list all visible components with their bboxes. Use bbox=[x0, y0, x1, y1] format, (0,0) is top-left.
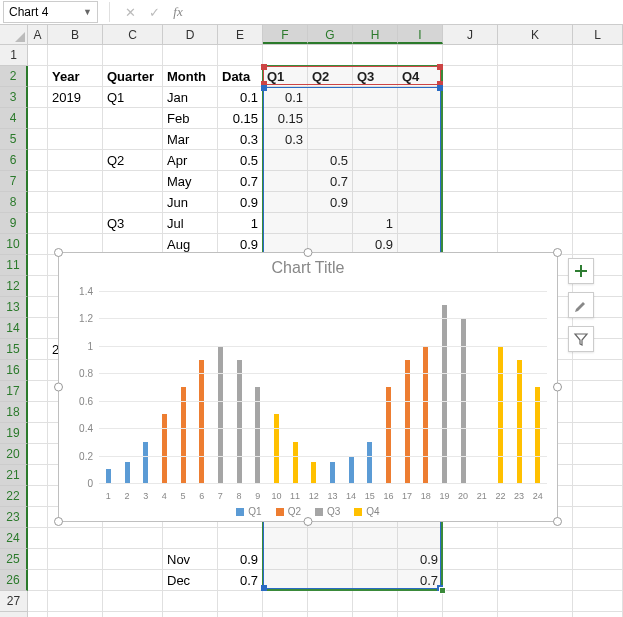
cell-J6[interactable] bbox=[443, 150, 498, 171]
cell-C8[interactable] bbox=[103, 192, 163, 213]
cell-L20[interactable] bbox=[573, 444, 623, 465]
cell-E24[interactable] bbox=[218, 528, 263, 549]
cell-L1[interactable] bbox=[573, 45, 623, 66]
cell-K25[interactable] bbox=[498, 549, 573, 570]
cell-J3[interactable] bbox=[443, 87, 498, 108]
cell-A10[interactable] bbox=[28, 234, 48, 255]
cell-E25[interactable]: 0.9 bbox=[218, 549, 263, 570]
chart-resize-handle[interactable] bbox=[553, 383, 562, 392]
cell-E9[interactable]: 1 bbox=[218, 213, 263, 234]
cell-C9[interactable]: Q3 bbox=[103, 213, 163, 234]
cell-A21[interactable] bbox=[28, 465, 48, 486]
cell-G26[interactable] bbox=[308, 570, 353, 591]
cell-C6[interactable]: Q2 bbox=[103, 150, 163, 171]
cell-L28[interactable] bbox=[573, 612, 623, 617]
cell-L3[interactable] bbox=[573, 87, 623, 108]
column-header-G[interactable]: G bbox=[308, 25, 353, 44]
cell-B2[interactable]: Year bbox=[48, 66, 103, 87]
cell-C1[interactable] bbox=[103, 45, 163, 66]
cell-F25[interactable] bbox=[263, 549, 308, 570]
cell-K7[interactable] bbox=[498, 171, 573, 192]
chart-bar[interactable] bbox=[498, 346, 503, 483]
cell-L9[interactable] bbox=[573, 213, 623, 234]
cell-I6[interactable] bbox=[398, 150, 443, 171]
row-header-20[interactable]: 20 bbox=[0, 444, 28, 465]
cell-C25[interactable] bbox=[103, 549, 163, 570]
chart-bar[interactable] bbox=[162, 414, 167, 483]
cell-I24[interactable] bbox=[398, 528, 443, 549]
chart-bar[interactable] bbox=[199, 360, 204, 483]
cell-C28[interactable] bbox=[103, 612, 163, 617]
cell-I3[interactable] bbox=[398, 87, 443, 108]
cell-G27[interactable] bbox=[308, 591, 353, 612]
cell-L19[interactable] bbox=[573, 423, 623, 444]
chart-resize-handle[interactable] bbox=[54, 517, 63, 526]
chart-bar[interactable] bbox=[237, 360, 242, 483]
cell-L16[interactable] bbox=[573, 360, 623, 381]
cell-I1[interactable] bbox=[398, 45, 443, 66]
cell-D25[interactable]: Nov bbox=[163, 549, 218, 570]
cell-J25[interactable] bbox=[443, 549, 498, 570]
cell-A27[interactable] bbox=[28, 591, 48, 612]
cell-H25[interactable] bbox=[353, 549, 398, 570]
cell-D26[interactable]: Dec bbox=[163, 570, 218, 591]
row-header-2[interactable]: 2 bbox=[0, 66, 28, 87]
cell-D5[interactable]: Mar bbox=[163, 129, 218, 150]
cell-F4[interactable]: 0.15 bbox=[263, 108, 308, 129]
row-header-27[interactable]: 27 bbox=[0, 591, 28, 612]
cell-A14[interactable] bbox=[28, 318, 48, 339]
row-header-15[interactable]: 15 bbox=[0, 339, 28, 360]
row-header-4[interactable]: 4 bbox=[0, 108, 28, 129]
spreadsheet[interactable]: ABCDEFGHIJKL 123456789101112131415161718… bbox=[0, 25, 623, 45]
cell-I4[interactable] bbox=[398, 108, 443, 129]
cell-B1[interactable] bbox=[48, 45, 103, 66]
cell-D9[interactable]: Jul bbox=[163, 213, 218, 234]
cell-F27[interactable] bbox=[263, 591, 308, 612]
cell-F24[interactable] bbox=[263, 528, 308, 549]
cell-K2[interactable] bbox=[498, 66, 573, 87]
cell-L21[interactable] bbox=[573, 465, 623, 486]
cell-C3[interactable]: Q1 bbox=[103, 87, 163, 108]
cell-L27[interactable] bbox=[573, 591, 623, 612]
cell-D2[interactable]: Month bbox=[163, 66, 218, 87]
cell-E26[interactable]: 0.7 bbox=[218, 570, 263, 591]
cell-D4[interactable]: Feb bbox=[163, 108, 218, 129]
row-header-3[interactable]: 3 bbox=[0, 87, 28, 108]
cell-A4[interactable] bbox=[28, 108, 48, 129]
cell-K3[interactable] bbox=[498, 87, 573, 108]
cell-A24[interactable] bbox=[28, 528, 48, 549]
select-all-button[interactable] bbox=[0, 25, 28, 44]
cell-H4[interactable] bbox=[353, 108, 398, 129]
cell-A28[interactable] bbox=[28, 612, 48, 617]
cell-L25[interactable] bbox=[573, 549, 623, 570]
column-header-L[interactable]: L bbox=[573, 25, 623, 44]
cell-H26[interactable] bbox=[353, 570, 398, 591]
cell-D6[interactable]: Apr bbox=[163, 150, 218, 171]
cell-H5[interactable] bbox=[353, 129, 398, 150]
chart-filters-button[interactable] bbox=[568, 326, 594, 352]
cell-K1[interactable] bbox=[498, 45, 573, 66]
cell-G3[interactable] bbox=[308, 87, 353, 108]
cell-I25[interactable]: 0.9 bbox=[398, 549, 443, 570]
cell-A15[interactable] bbox=[28, 339, 48, 360]
cell-K5[interactable] bbox=[498, 129, 573, 150]
chart-elements-button[interactable] bbox=[568, 258, 594, 284]
cell-F6[interactable] bbox=[263, 150, 308, 171]
cell-A22[interactable] bbox=[28, 486, 48, 507]
cell-K26[interactable] bbox=[498, 570, 573, 591]
embedded-chart[interactable]: Chart Title 00.20.40.60.811.21.4 1234567… bbox=[58, 252, 558, 522]
legend-item[interactable]: Q3 bbox=[315, 506, 340, 517]
cell-F3[interactable]: 0.1 bbox=[263, 87, 308, 108]
cell-I7[interactable] bbox=[398, 171, 443, 192]
cell-F5[interactable]: 0.3 bbox=[263, 129, 308, 150]
cell-L7[interactable] bbox=[573, 171, 623, 192]
cell-A3[interactable] bbox=[28, 87, 48, 108]
cell-A6[interactable] bbox=[28, 150, 48, 171]
chevron-down-icon[interactable]: ▼ bbox=[83, 7, 92, 17]
cell-F9[interactable] bbox=[263, 213, 308, 234]
cell-C4[interactable] bbox=[103, 108, 163, 129]
cell-J5[interactable] bbox=[443, 129, 498, 150]
chart-bar[interactable] bbox=[405, 360, 410, 483]
cell-K9[interactable] bbox=[498, 213, 573, 234]
cell-E6[interactable]: 0.5 bbox=[218, 150, 263, 171]
